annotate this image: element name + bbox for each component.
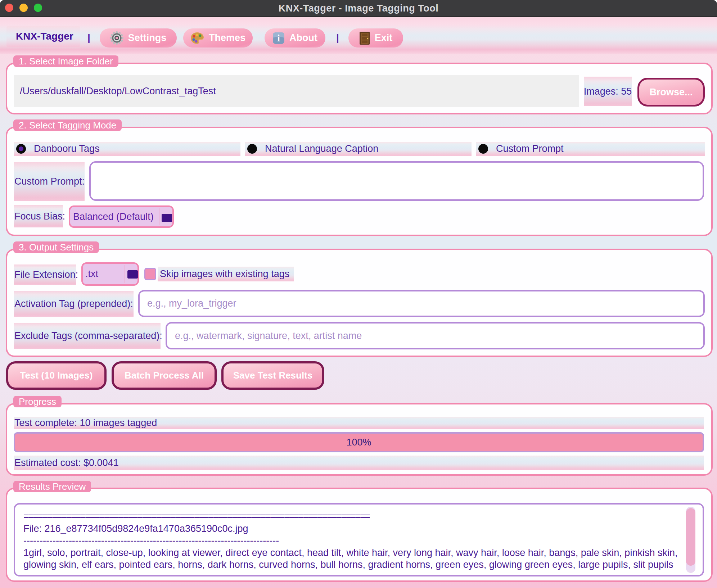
svg-text:i: i <box>277 33 280 44</box>
